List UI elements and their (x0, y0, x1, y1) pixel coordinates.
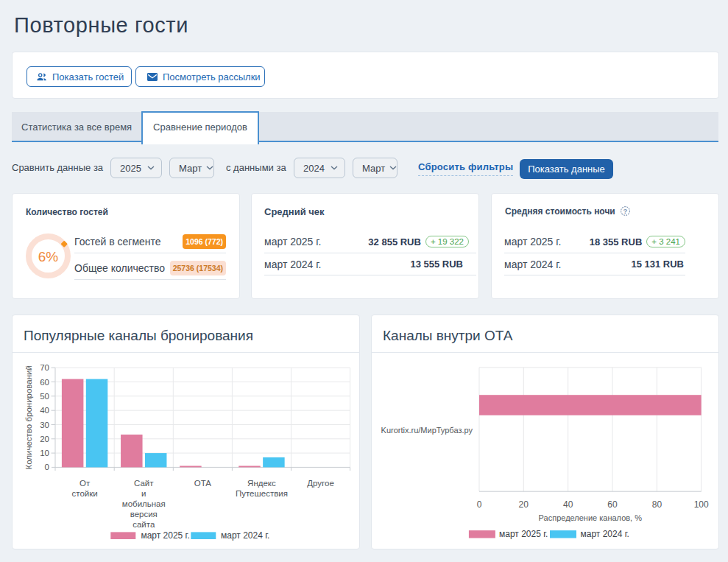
svg-text:100: 100 (694, 499, 709, 510)
svg-text:40: 40 (40, 406, 49, 415)
svg-text:Яндекс: Яндекс (247, 479, 276, 488)
svg-text:6%: 6% (38, 249, 59, 264)
svg-text:60: 60 (607, 499, 618, 510)
svg-text:стойки: стойки (72, 489, 98, 498)
svg-text:От: От (79, 479, 91, 488)
svg-text:0: 0 (45, 463, 49, 471)
svg-text:?: ? (623, 207, 628, 215)
svg-text:ОТА: ОТА (194, 479, 212, 488)
svg-text:20: 20 (519, 499, 529, 510)
svg-text:версия: версия (130, 510, 158, 519)
svg-text:март 2024 г.: март 2024 г. (221, 530, 269, 541)
svg-text:80: 80 (652, 499, 662, 510)
svg-text:март 2025 г.: март 2025 г. (499, 529, 548, 539)
svg-text:50: 50 (40, 392, 49, 401)
svg-text:40: 40 (563, 499, 573, 510)
svg-text:и: и (141, 489, 146, 498)
svg-text:Количество бронирований: Количество бронирований (25, 365, 34, 469)
svg-text:Kurortix.ru/МирТурбаз.ру: Kurortix.ru/МирТурбаз.ру (381, 426, 473, 435)
svg-text:0: 0 (477, 499, 482, 510)
svg-text:10: 10 (40, 449, 49, 457)
svg-text:Путешествия: Путешествия (236, 489, 288, 498)
svg-text:сайта: сайта (132, 520, 155, 529)
svg-text:март 2025 г.: март 2025 г. (141, 530, 189, 541)
svg-text:Другое: Другое (307, 479, 334, 488)
svg-text:март 2024 г.: март 2024 г. (581, 529, 629, 539)
svg-text:мобильная: мобильная (122, 499, 166, 508)
svg-text:20: 20 (40, 435, 49, 443)
svg-text:70: 70 (40, 363, 49, 372)
svg-text:Сайт: Сайт (134, 479, 154, 488)
svg-text:30: 30 (40, 421, 49, 429)
svg-text:Распределение каналов, %: Распределение каналов, % (539, 513, 643, 522)
svg-text:60: 60 (40, 378, 49, 387)
